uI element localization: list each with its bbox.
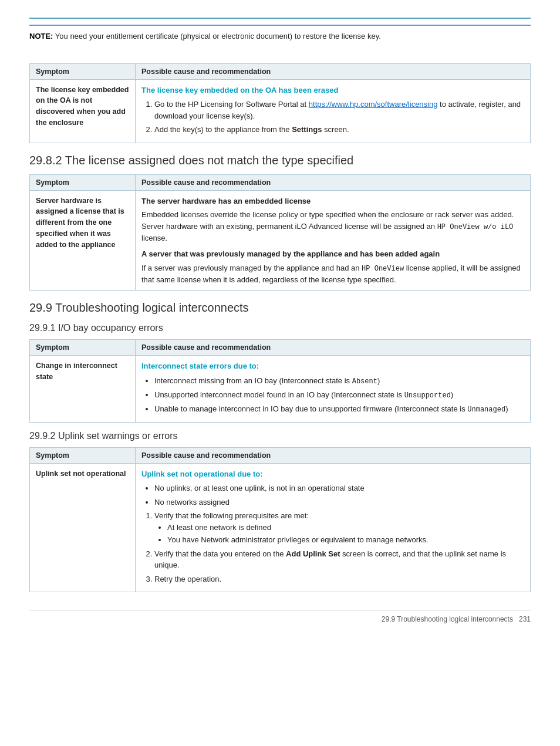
table-license-type: Symptom Possible cause and recommendatio… (29, 174, 531, 291)
table3-symptom: Change in interconnect state (30, 356, 136, 423)
table-uplink: Symptom Possible cause and recommendatio… (29, 447, 531, 593)
table1-symptom: The license key embedded on the OA is no… (30, 79, 136, 143)
page-footer: 29.9 Troubleshooting logical interconnec… (29, 610, 531, 623)
table1-cyan-heading: The license key embedded on the OA has b… (141, 85, 524, 96)
table2-bold-heading2: A server that was previously managed by … (141, 248, 524, 260)
list-item: At least one network is defined (167, 522, 524, 534)
table4-cyan-heading: Uplink set not operational due to: (141, 468, 524, 480)
list-item: Retry the operation. (154, 573, 524, 585)
table3-col1-header: Symptom (30, 340, 136, 356)
table2-cause: The server hardware has an embedded lice… (136, 190, 531, 291)
section-299-heading: 29.9 Troubleshooting logical interconnec… (29, 301, 531, 315)
list-item: Add the key(s) to the appliance from the… (154, 124, 524, 136)
table1-steps: Go to the HP Licensing for Software Port… (152, 99, 524, 136)
table1-col1-header: Symptom (30, 63, 136, 79)
list-item: Interconnect missing from an IO bay (Int… (154, 375, 524, 387)
table-license-key-erased: Symptom Possible cause and recommendatio… (29, 63, 531, 143)
footer-page: 231 (519, 615, 531, 623)
table3-bullets: Interconnect missing from an IO bay (Int… (152, 375, 524, 415)
table1-col2-header: Possible cause and recommendation (136, 63, 531, 79)
section-2991-heading: 29.9.1 I/O bay occupancy errors (29, 323, 531, 333)
table-io-bay: Symptom Possible cause and recommendatio… (29, 339, 531, 423)
table2-text1: Embedded licenses override the license p… (141, 209, 524, 244)
table2-text2: If a server was previously managed by th… (141, 262, 524, 286)
footer-text: 29.9 Troubleshooting logical interconnec… (382, 615, 513, 623)
table4-col1-header: Symptom (30, 447, 136, 463)
hp-licensing-link[interactable]: https://www.hp.com/software/licensing (309, 100, 438, 109)
section-2982-heading: 29.8.2 The license assigned does not mat… (29, 154, 531, 167)
list-item: You have Network administrator privilege… (167, 534, 524, 546)
table4-sub-bullets: At least one network is defined You have… (167, 522, 524, 546)
list-item: No networks assigned (154, 497, 524, 508)
table3-cyan-heading: Interconnect state errors due to: (141, 360, 524, 372)
list-item: Verify that the data you entered on the … (154, 548, 524, 571)
table4-cause: Uplink set not operational due to: No up… (136, 463, 531, 592)
table-row: Change in interconnect state Interconnec… (30, 356, 531, 423)
note-label: NOTE: (29, 32, 53, 40)
table4-bullets: No uplinks, or at least one uplink, is n… (152, 482, 524, 508)
note-text: You need your entitlement certificate (p… (55, 32, 381, 40)
table1-cause: The license key embedded on the OA has b… (136, 79, 531, 143)
table-row: Uplink set not operational Uplink set no… (30, 463, 531, 592)
table2-symptom: Server hardware is assigned a license th… (30, 190, 136, 291)
list-item: Unsupported interconnect model found in … (154, 389, 524, 401)
table-row: The license key embedded on the OA is no… (30, 79, 531, 143)
list-item: Unable to manage interconnect in IO bay … (154, 403, 524, 415)
table4-col2-header: Possible cause and recommendation (136, 447, 531, 463)
list-item: Verify that the following prerequisites … (154, 510, 524, 546)
table3-col2-header: Possible cause and recommendation (136, 340, 531, 356)
table3-cause: Interconnect state errors due to: Interc… (136, 356, 531, 423)
list-item: Go to the HP Licensing for Software Port… (154, 99, 524, 121)
table2-col2-header: Possible cause and recommendation (136, 174, 531, 190)
table4-symptom: Uplink set not operational (30, 463, 136, 592)
section-2992-heading: 29.9.2 Uplink set warnings or errors (29, 431, 531, 441)
table2-bold-heading1: The server hardware has an embedded lice… (141, 195, 524, 207)
table4-steps: Verify that the following prerequisites … (152, 510, 524, 585)
table2-col1-header: Symptom (30, 174, 136, 190)
list-item: No uplinks, or at least one uplink, is n… (154, 482, 524, 494)
note-box: NOTE: You need your entitlement certific… (29, 18, 531, 52)
table-row: Server hardware is assigned a license th… (30, 190, 531, 291)
